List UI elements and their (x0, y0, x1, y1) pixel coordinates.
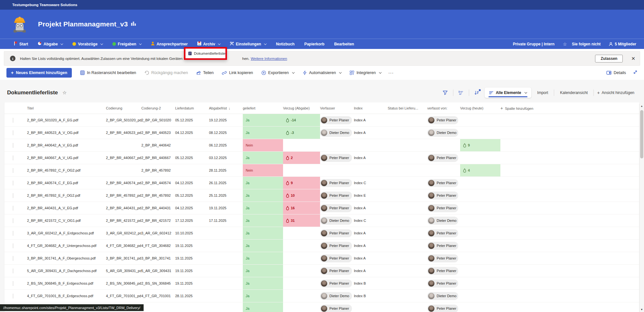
cell-titel[interactable]: 2_BP_BR_457892_E_F_OG2.pdf (27, 189, 106, 202)
members-button[interactable]: 5 Mitglieder (609, 42, 636, 46)
nav-item-start[interactable]: Start (14, 42, 28, 46)
table-row[interactable]: 2_BP_BR_440431_A_V_EG.pdf2_BP_BR_440431_… (5, 202, 639, 214)
group-by-icon[interactable] (457, 88, 466, 97)
nav-item-einstellungen[interactable]: Einstellungen (230, 42, 266, 46)
person-pill[interactable]: Peter Planer (320, 204, 352, 212)
nav-item-archiv[interactable]: Archiv (197, 42, 220, 46)
cell-titel[interactable]: 2_BP_BR_440642_A_V_EG.pdf (27, 139, 106, 151)
row-handle[interactable] (5, 164, 27, 176)
view-tab-kalenderansicht[interactable]: Kalenderansicht (557, 90, 590, 95)
row-handle[interactable] (5, 265, 27, 277)
person-pill[interactable]: Peter Planer (427, 305, 458, 312)
nav-item-vorabzuege[interactable]: Vorabzüge (72, 42, 102, 46)
cell-titel[interactable]: 2_BP_BR_421572_C_V_OG1.pdf (27, 214, 106, 227)
table-row[interactable]: 2_BP_BR_440523_A_V_OG.pdf2_BP_BR_440523_… (5, 127, 639, 139)
person-pill[interactable]: Peter Planer (320, 242, 352, 250)
person-pill[interactable]: Peter Planer (427, 116, 458, 124)
share-button[interactable]: Teilen (196, 71, 214, 75)
cell-titel[interactable]: 3_BP_BR_301741_A_F_Obergeschoss.pdf (27, 252, 106, 264)
person-pill[interactable]: Dieter Demo (320, 129, 352, 137)
table-row[interactable]: 2_BP_GR_501020_A_F_EG.pdf2_BP_GR_501020_… (5, 114, 639, 127)
cell-titel[interactable]: 2_BP_BR_457892_C_F_OG2.pdf (27, 164, 106, 176)
row-handle[interactable] (5, 139, 27, 151)
nav-item-ansprechpartner[interactable]: Ansprechpartner (151, 42, 188, 46)
table-row[interactable]: 2_BP_BR_421572_C_V_OG1.pdf2_BP_BR_421572… (5, 214, 639, 227)
cell-titel[interactable]: 2_BP_GR_501020_A_F_EG.pdf (27, 114, 106, 126)
row-handle[interactable] (5, 277, 27, 289)
view-tab-import[interactable]: Import (535, 90, 551, 95)
overflow-menu-icon[interactable]: ··· (388, 70, 394, 75)
filter-icon[interactable] (441, 88, 450, 97)
person-pill[interactable]: Peter Planer (320, 254, 352, 262)
row-handle[interactable] (5, 252, 27, 264)
column-header-abgabefrist[interactable]: Abgabefrist↓ (209, 106, 243, 110)
person-pill[interactable]: Dieter Demo (427, 129, 458, 137)
row-handle[interactable] (5, 177, 27, 189)
person-pill[interactable]: Peter Planer (320, 179, 352, 187)
row-handle[interactable] (5, 114, 27, 126)
person-pill[interactable]: Dieter Demo (427, 217, 458, 225)
table-row[interactable]: 2_BP_BR_457892_C_F_OG2.pdf2_BP_BR_457892… (5, 164, 639, 177)
nav-item-papierkorb[interactable]: Papierkorb (304, 42, 325, 46)
person-pill[interactable]: Peter Planer (427, 192, 458, 200)
site-logo-icon[interactable] (10, 15, 29, 33)
column-header-verfasser[interactable]: Verfasser (320, 106, 354, 110)
more-info-link[interactable]: Weitere Informationen (251, 57, 287, 61)
add-column-button[interactable]: +Spalte hinzufügen (500, 106, 639, 111)
column-header-geliefert[interactable]: geliefert (243, 106, 283, 110)
close-icon[interactable]: ✕ (631, 56, 635, 61)
grid-edit-button[interactable]: In Rasteransicht bearbeiten (80, 71, 136, 75)
cell-titel[interactable]: 4_FT_GR_304682_A_F_Untergeschoss.pdf (27, 240, 106, 252)
column-header-verfasst-von[interactable]: verfasst von: (427, 106, 460, 110)
table-row[interactable]: 2_BS_SN_306845_B_F_Erdgeschoss.pdf2_BS_S… (5, 277, 639, 290)
undo-button[interactable]: Rückgängig machen (145, 71, 188, 75)
row-handle[interactable] (5, 240, 27, 252)
column-header-index[interactable]: Index (354, 106, 388, 110)
column-header-codierung2[interactable]: Codierung-2 (141, 106, 175, 110)
favorite-star-icon[interactable]: ☆ (62, 90, 67, 96)
table-row[interactable]: 4_FT_GR_304682_A_F_Untergeschoss.pdf4_FT… (5, 240, 639, 252)
column-header-titel[interactable]: Titel (27, 106, 106, 110)
nav-item-bearbeiten[interactable]: Bearbeiten (334, 42, 354, 46)
person-pill[interactable]: Dieter Demo (427, 292, 458, 300)
table-row[interactable]: 2_BP_BR_440642_A_V_EG.pdf2_BP_BR_4406420… (5, 139, 639, 152)
cell-titel[interactable]: 4_FT_GR_701001_B_F_Erdgeschoss.pdf (27, 290, 106, 302)
person-pill[interactable]: Peter Planer (320, 229, 352, 237)
person-pill[interactable]: Peter Planer (320, 267, 352, 275)
copy-link-button[interactable]: Link kopieren (222, 71, 253, 75)
cell-titel[interactable]: 5_AR_GR_309431_A_F_Dachgeschoss.pdf (27, 265, 106, 277)
table-row[interactable]: 5_AR_GR_309431_A_F_Dachgeschoss.pdf5_AR_… (5, 265, 639, 277)
person-pill[interactable]: Peter Planer (427, 279, 458, 288)
cell-titel[interactable]: 2_BP_BR_440574_C_F_EG.pdf (27, 177, 106, 189)
vertical-scrollbar[interactable]: ▲ ▼ (639, 104, 644, 312)
person-pill[interactable]: Peter Planer (427, 254, 458, 262)
person-pill[interactable]: Peter Planer (427, 242, 458, 250)
column-header-verzug-abgabe[interactable]: Verzug (Abgabe) (283, 106, 320, 110)
row-handle[interactable] (5, 152, 27, 164)
details-button[interactable]: Details (606, 71, 626, 75)
person-pill[interactable]: Peter Planer (427, 204, 458, 212)
nav-item-abgabe[interactable]: Abgabe (38, 42, 63, 46)
cell-titel[interactable]: 2_BP_BR_440523_A_V_OG.pdf (27, 127, 106, 139)
follow-button[interactable]: ☆ Sie folgen nicht (563, 42, 601, 47)
person-pill[interactable]: Peter Planer (320, 279, 352, 288)
table-row[interactable]: 4_FT_GR_701001_B_F_Erdgeschoss.pdf4_FT_G… (5, 290, 639, 302)
menu-item-dokumentlieferliste[interactable]: Dokumentlieferliste (185, 52, 225, 55)
column-header-lieferdatum[interactable]: Lieferdatum (175, 106, 209, 110)
person-pill[interactable]: Peter Planer (427, 179, 458, 187)
person-pill[interactable]: Peter Planer (320, 154, 352, 162)
expand-icon[interactable] (633, 70, 638, 76)
new-item-button[interactable]: + Neues Element hinzufügen (6, 68, 72, 78)
nav-item-notizbuch[interactable]: Notizbuch (276, 42, 295, 46)
table-row[interactable]: 2_BP_BR_440667_A_V_UG.pdf2_BP_BR_440667_… (5, 152, 639, 164)
row-handle[interactable] (5, 202, 27, 214)
person-pill[interactable]: Peter Planer (427, 154, 458, 162)
table-row[interactable]: 2_BP_BR_457892_E_F_OG2.pdf2_BP_BR_457892… (5, 189, 639, 202)
table-row[interactable]: 3_AR_GR_602412_A_F_Erdgeschoss.pdf3_AR_G… (5, 227, 639, 240)
person-pill[interactable]: Peter Planer (427, 229, 458, 237)
row-handle[interactable] (5, 214, 27, 227)
allow-button[interactable]: Zulassen (595, 55, 623, 62)
integrate-button[interactable]: Integrieren (350, 71, 381, 75)
column-header-codierung[interactable]: Codierung (106, 106, 141, 110)
cell-titel[interactable]: 3_AR_GR_602412_A_F_Erdgeschoss.pdf (27, 227, 106, 239)
